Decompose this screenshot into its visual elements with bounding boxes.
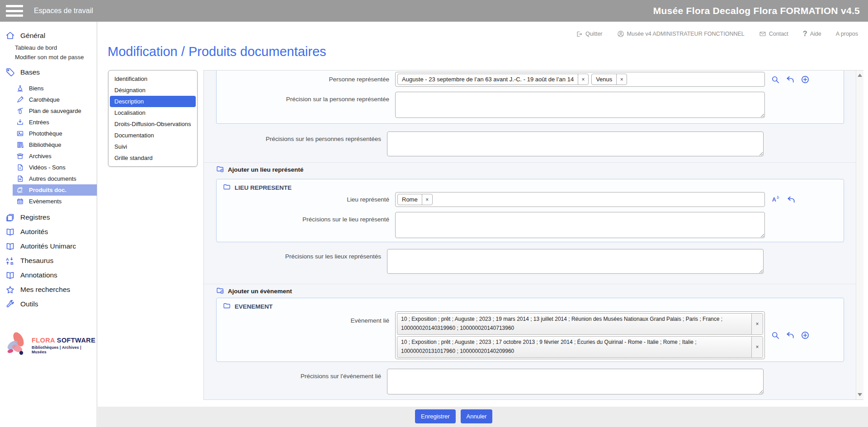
sidebar-item-archives[interactable]: Archives <box>0 150 97 162</box>
group-title: EVENEMENT <box>223 302 273 311</box>
core-sample-icon <box>16 96 24 103</box>
section-separator <box>204 284 856 284</box>
form-tabs-list: Identification Désignation Description L… <box>108 70 198 167</box>
sidebar-item-annotations[interactable]: Annotations <box>0 268 97 282</box>
personne-representee-field[interactable]: Auguste - 23 septembre de l’an 63 avant … <box>395 72 765 87</box>
sidebar-item-entrees[interactable]: Entrées <box>0 117 97 128</box>
about-link[interactable]: A propos <box>836 31 858 37</box>
tab-droits-diffusion-observations[interactable]: Droits-Diffusion-Observations <box>110 118 196 130</box>
help-link[interactable]: ? Aide <box>803 30 821 38</box>
search-icon[interactable] <box>771 331 780 340</box>
remove-tag-button[interactable]: × <box>616 74 627 84</box>
evenement-lie-field[interactable]: 10 ; Exposition ; prêt ; Auguste ; 2023 … <box>395 311 765 359</box>
fire-extinguisher-icon <box>16 107 24 115</box>
sidebar-item-thesaurus[interactable]: AB Thesaurus <box>0 253 97 268</box>
field-label: Précisions sur l'événement lié <box>204 369 387 380</box>
media-file-icon <box>16 164 24 171</box>
undo-icon[interactable] <box>786 331 795 340</box>
tab-grille-standard[interactable]: Grille standard <box>110 152 196 164</box>
svg-text:A: A <box>6 257 9 261</box>
open-book-icon <box>5 227 15 237</box>
sidebar-nav: Général Tableau de bord Modifier son mot… <box>0 22 97 427</box>
cancel-button[interactable]: Annuler <box>461 409 493 423</box>
save-button[interactable]: Enregistrer <box>415 409 456 423</box>
tab-identification[interactable]: Identification <box>110 73 196 84</box>
papers-icon <box>16 186 24 194</box>
add-lieu-section-header[interactable]: Ajouter un lieu représenté <box>216 165 303 174</box>
precisions-personnes-textarea[interactable] <box>387 131 764 156</box>
sidebar-item-plan-de-sauvegarde[interactable]: Plan de sauvegarde <box>0 105 97 117</box>
svg-text:A: A <box>772 197 776 203</box>
brand-tagline: Bibliothèques | Archives | Musées <box>32 345 97 354</box>
remove-entry-button[interactable]: × <box>751 314 763 334</box>
inbox-arrow-icon <box>16 118 24 126</box>
scroll-up-arrow[interactable] <box>858 74 862 77</box>
sidebar-item-biens[interactable]: Biens <box>0 83 97 94</box>
remove-tag-button[interactable]: × <box>578 74 588 84</box>
tab-description[interactable]: Description <box>110 96 196 107</box>
sidebar-item-general[interactable]: Général <box>0 28 97 43</box>
quit-link[interactable]: Quitter <box>576 31 603 38</box>
folder-icon <box>223 302 231 311</box>
sidebar-item-outils[interactable]: Outils <box>0 297 97 311</box>
sidebar-item-phototheque[interactable]: Photothèque <box>0 128 97 139</box>
sidebar-item-produits-doc[interactable]: Produits doc. <box>13 184 97 196</box>
authority-ab-icon[interactable]: Ab <box>771 195 781 204</box>
star-icon <box>5 285 15 295</box>
sidebar-item-modifier-mot-de-passe[interactable]: Modifier son mot de passe <box>0 52 97 62</box>
add-event-section-header[interactable]: Ajouter un évènement <box>216 286 292 296</box>
tab-localisation[interactable]: Localisation <box>110 107 196 118</box>
sidebar-item-bases[interactable]: Bases <box>0 65 97 80</box>
books-icon <box>16 141 24 149</box>
wrench-icon <box>5 300 15 309</box>
sort-alpha-icon: AB <box>5 256 15 266</box>
sidebar-item-autorites[interactable]: Autorités <box>0 225 97 239</box>
lieu-represente-field[interactable]: Rome × <box>395 192 765 207</box>
group-evenement: EVENEMENT Evènement lié 10 ; Exposition … <box>216 298 844 362</box>
folder-icon <box>223 183 231 192</box>
sidebar-item-registres[interactable]: Registres <box>0 210 97 225</box>
sidebar-item-autres-documents[interactable]: Autres documents <box>0 173 97 184</box>
current-user[interactable]: Musée v4 ADMINISTRATEUR FONCTIONNEL <box>617 30 745 38</box>
group-lieu-represente: LIEU REPRESENTE Lieu représenté Rome × A… <box>216 179 844 242</box>
sidebar-item-videos-sons[interactable]: Vidéos - Sons <box>0 162 97 173</box>
tab-designation[interactable]: Désignation <box>110 84 196 96</box>
sidebar-item-mes-recherches[interactable]: Mes recherches <box>0 282 97 297</box>
field-label: Précisions sur les lieux représentés <box>204 249 387 260</box>
vertical-scrollbar[interactable] <box>856 70 863 399</box>
sidebar-item-carotheque[interactable]: Carothèque <box>0 94 97 105</box>
app-title: Musée Flora Decalog Flora FORMATION v4.5 <box>653 5 860 16</box>
field-label: Evènement lié <box>217 311 395 324</box>
field-label: Précisions sur le lieu représenté <box>217 212 395 223</box>
undo-icon[interactable] <box>787 195 796 204</box>
registers-icon <box>5 213 15 222</box>
sidebar-item-autorites-unimarc[interactable]: Autorités Unimarc <box>0 239 97 253</box>
flora-flower-icon <box>6 331 29 359</box>
precisions-lieu-textarea[interactable] <box>395 212 765 238</box>
undo-icon[interactable] <box>786 75 795 84</box>
add-circle-icon[interactable] <box>801 331 810 340</box>
sidebar-item-tableau-de-bord[interactable]: Tableau de bord <box>0 43 97 52</box>
main-area: Quitter Musée v4 ADMINISTRATEUR FONCTION… <box>98 22 868 427</box>
contact-link[interactable]: Contact <box>759 30 788 38</box>
precisions-lieux-textarea[interactable] <box>387 249 764 274</box>
remove-entry-button[interactable]: × <box>751 337 763 357</box>
search-icon[interactable] <box>771 75 780 84</box>
hamburger-menu-icon[interactable] <box>6 5 23 17</box>
tab-documentation[interactable]: Documentation <box>110 130 196 141</box>
document-icon <box>16 175 24 183</box>
sidebar-item-evenements[interactable]: Evènements <box>0 196 97 207</box>
tab-suivi[interactable]: Suivi <box>110 141 196 152</box>
workspace-label[interactable]: Espaces de travail <box>34 7 93 15</box>
sidebar-item-bibliotheque[interactable]: Bibliothèque <box>0 139 97 150</box>
remove-tag-button[interactable]: × <box>422 194 432 205</box>
add-circle-icon[interactable] <box>801 75 810 84</box>
scroll-down-arrow[interactable] <box>858 393 862 396</box>
logout-icon <box>576 31 583 38</box>
photo-icon <box>16 130 24 137</box>
precisions-evenement-textarea[interactable] <box>387 369 764 394</box>
sidebar-item-label: Général <box>20 32 45 40</box>
tag-auguste: Auguste - 23 septembre de l’an 63 avant … <box>397 74 589 85</box>
precision-personne-textarea[interactable] <box>395 92 765 118</box>
brand-flora: FLORA <box>32 337 55 344</box>
